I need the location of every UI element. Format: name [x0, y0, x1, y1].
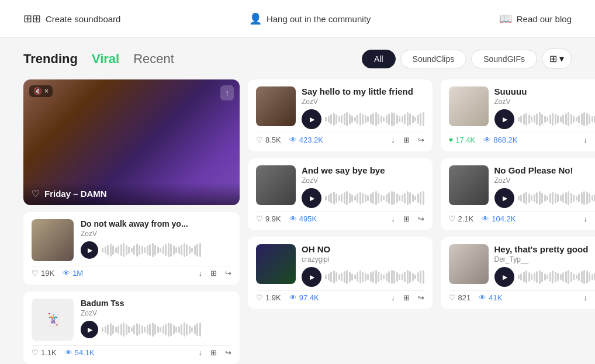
card-suuuu-thumb	[449, 86, 489, 126]
tab-viral[interactable]: Viral	[92, 51, 119, 67]
plus-box-icon: ⊞	[210, 348, 217, 357]
card-byebye-share[interactable]: ↪	[418, 214, 424, 223]
card-prettygood-download[interactable]: ↓	[584, 293, 588, 302]
featured-card[interactable]: 🔇 × ↑ ♡ Friday – DAMN	[23, 79, 240, 205]
card-suuuu-play[interactable]: ▶	[494, 109, 514, 129]
plus-box-icon: ⊞	[210, 269, 217, 278]
download-icon: ↓	[584, 293, 588, 302]
card-nogod-like[interactable]: ♡ 2.1K	[449, 214, 474, 223]
card-ohno-play[interactable]: ▶	[302, 267, 321, 287]
mute-button[interactable]: 🔇 ×	[29, 85, 53, 97]
card-scarface-title: Say hello to my little friend	[302, 86, 424, 96]
share-button[interactable]: ↑	[220, 85, 234, 100]
filter-soundgifs[interactable]: SoundGIFs	[471, 50, 537, 68]
card-byebye-views: 👁 495K	[289, 214, 317, 223]
blog-nav[interactable]: 📖 Read our blog	[499, 12, 572, 25]
grid-toggle[interactable]: ⊞ ▾	[542, 48, 572, 69]
create-soundboard-nav[interactable]: ⊞ Create soundboard	[23, 12, 120, 25]
download-icon: ↓	[584, 214, 588, 223]
card-byebye-download[interactable]: ↓	[391, 214, 395, 223]
card-walk-wavebars	[102, 242, 231, 258]
card-nogod-author: ZozV	[494, 176, 596, 185]
card-nogod-thumb	[449, 165, 489, 205]
card-badum-top: 🃏 Badum Tss ZozV ▶	[32, 299, 231, 341]
card-nogod-wavebars	[518, 190, 596, 206]
card-badum-like[interactable]: ♡ 1.1K	[32, 348, 57, 357]
card-walk-download[interactable]: ↓	[199, 269, 203, 278]
plus-box-icon: ⊞	[403, 293, 410, 302]
card-scarface-views: 👁 423.2K	[289, 136, 323, 144]
book-icon: 📖	[499, 12, 512, 25]
card-byebye-addlist[interactable]: ⊞	[403, 214, 410, 223]
card-nogod-play[interactable]: ▶	[494, 188, 514, 208]
card-badum-views-count: 54.1K	[75, 348, 95, 357]
card-badum-likes: 1.1K	[41, 348, 57, 357]
card-suuuu: Suuuuu ZozV ▶ ♥ 17.4K	[441, 79, 596, 151]
create-soundboard-label: Create soundboard	[46, 14, 120, 24]
card-badum-download[interactable]: ↓	[199, 348, 203, 357]
card-prettygood-play[interactable]: ▶	[494, 267, 514, 287]
card-walk-share[interactable]: ↪	[225, 269, 231, 278]
eye-icon: 👁	[289, 136, 297, 144]
play-icon: ▶	[88, 326, 92, 334]
tab-recent[interactable]: Recent	[133, 51, 174, 67]
card-ohno-author: crazygipi	[302, 255, 424, 264]
card-byebye-wavebars	[325, 190, 424, 206]
card-suuuu-title: Suuuuu	[494, 86, 596, 96]
card-scarface-like[interactable]: ♡ 8.5K	[256, 136, 281, 144]
card-byebye-info: And we say bye bye ZozV ▶	[302, 165, 424, 208]
community-nav[interactable]: 👤 Hang out in the community	[249, 12, 371, 25]
card-byebye-title: And we say bye bye	[302, 165, 424, 175]
card-badum-play[interactable]: ▶	[81, 321, 98, 338]
eye-icon: 👁	[63, 269, 70, 278]
filter-soundclips[interactable]: SoundClips	[400, 50, 467, 68]
card-nogod-info: No God Please No! ZozV ▶	[494, 165, 596, 208]
card-suuuu-author: ZozV	[494, 98, 596, 106]
play-icon: ▶	[503, 116, 507, 123]
card-scarface-share[interactable]: ↪	[418, 136, 424, 144]
card-badum-share[interactable]: ↪	[225, 348, 231, 357]
card-nogod-views: 👁 104.2K	[482, 214, 516, 223]
eye-icon: 👁	[483, 136, 491, 144]
card-scarface-info: Say hello to my little friend ZozV ▶	[302, 86, 424, 129]
card-scarface-waverow: ▶	[302, 109, 424, 129]
card-ohno-addlist[interactable]: ⊞	[403, 293, 410, 302]
card-byebye-like[interactable]: ♡ 9.9K	[256, 214, 281, 223]
card-walk-play[interactable]: ▶	[81, 241, 98, 259]
card-prettygood-likes: 821	[458, 293, 471, 302]
card-walk-author: ZozV	[81, 230, 231, 238]
card-walk-actions: ♡ 19K 👁 1M ↓ ⊞ ↪	[32, 266, 231, 278]
mute-icon: 🔇	[33, 87, 42, 95]
card-prettygood-wavebars	[518, 269, 596, 285]
eye-icon: 👁	[289, 293, 297, 302]
card-badum-addlist[interactable]: ⊞	[210, 348, 217, 357]
heart-icon: ♡	[256, 214, 263, 223]
filter-all[interactable]: All	[362, 50, 396, 68]
card-nogod-download[interactable]: ↓	[584, 214, 588, 223]
card-suuuu-like[interactable]: ♥ 17.4K	[449, 136, 476, 144]
card-ohno-share[interactable]: ↪	[418, 293, 424, 302]
card-scarface-download[interactable]: ↓	[391, 136, 395, 144]
card-suuuu-download[interactable]: ↓	[584, 136, 588, 144]
card-badum-thumb: 🃏	[32, 299, 74, 341]
card-walk-addlist[interactable]: ⊞	[210, 269, 217, 278]
card-prettygood-views: 👁 41K	[479, 293, 502, 302]
card-walk-like[interactable]: ♡ 19K	[32, 269, 54, 278]
card-ohno-title: OH NO	[302, 244, 424, 254]
card-suuuu-wavebars	[518, 111, 596, 127]
content-grid: 🔇 × ↑ ♡ Friday – DAMN Do	[23, 79, 572, 364]
featured-overlay: ♡ Friday – DAMN	[23, 182, 240, 205]
eye-icon: 👁	[289, 214, 297, 223]
card-scarface-addlist[interactable]: ⊞	[403, 136, 410, 144]
person-icon: 👤	[249, 12, 262, 25]
card-byebye-play[interactable]: ▶	[302, 188, 321, 208]
card-prettygood-views-count: 41K	[489, 293, 502, 302]
card-prettygood-like[interactable]: ♡ 821	[449, 293, 471, 302]
card-byebye-top: And we say bye bye ZozV ▶	[256, 165, 424, 208]
card-ohno-like[interactable]: ♡ 1.9K	[256, 293, 281, 302]
card-ohno-download[interactable]: ↓	[391, 293, 395, 302]
card-scarface-play[interactable]: ▶	[302, 109, 321, 129]
tab-trending[interactable]: Trending	[23, 51, 78, 67]
card-walk-title: Do not walk away from yo...	[81, 219, 231, 228]
card-badum-info: Badum Tss ZozV ▶	[81, 299, 231, 338]
